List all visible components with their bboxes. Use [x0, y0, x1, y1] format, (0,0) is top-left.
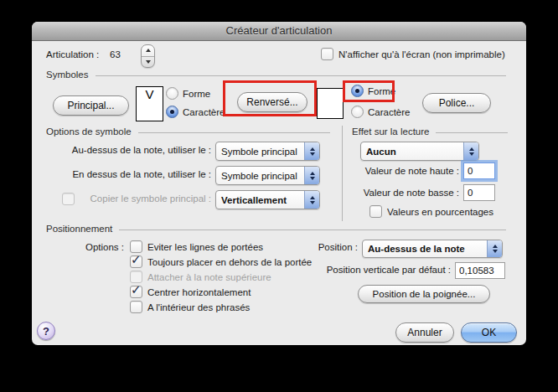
stepper-up-icon[interactable]: [142, 45, 154, 57]
popup-arrows-icon: [463, 142, 478, 160]
positioning-group-label: Positionnement: [46, 224, 112, 234]
screen-only-checkbox[interactable]: [321, 48, 333, 60]
screen-only-checkbox-row[interactable]: N'afficher qu'à l'écran (non imprimable): [321, 48, 505, 60]
percent-checkbox[interactable]: [369, 205, 382, 218]
position-label: Position :: [283, 242, 358, 252]
main-shape-label: Forme: [183, 89, 210, 99]
inside-slurs-checkbox-row[interactable]: A l'intérieur des phrasés: [130, 301, 250, 313]
main-character-radio[interactable]: [166, 106, 178, 118]
checkbox-label: Attacher à la note supérieure: [147, 272, 271, 282]
flipped-button[interactable]: Renversé...: [237, 92, 307, 112]
main-shape-radio[interactable]: [166, 87, 178, 100]
attach-top-note-checkbox[interactable]: [130, 271, 142, 283]
window-title: Créateur d'articulation: [32, 22, 526, 41]
above-note-label: Au-dessus de la note, utiliser le :: [46, 145, 211, 155]
below-note-dropdown[interactable]: Symbole principal: [215, 166, 320, 185]
main-character-label: Caractère: [183, 107, 225, 117]
percent-checkbox-row[interactable]: Valeurs en pourcentages: [369, 205, 493, 218]
outside-staff-checkbox[interactable]: [130, 255, 142, 268]
center-horizontally-checkbox-row[interactable]: Centrer horizontalement: [130, 286, 251, 298]
position-dropdown-value: Au-dessus de la note: [363, 240, 487, 257]
divider: [119, 230, 506, 230]
center-horizontally-checkbox[interactable]: [130, 286, 142, 298]
avoid-staff-lines-checkbox[interactable]: [130, 240, 142, 253]
avoid-staff-lines-checkbox-row[interactable]: Eviter les lignes de portées: [130, 240, 263, 253]
flipped-symbol-preview: [317, 88, 344, 119]
main-character-radio-row[interactable]: Caractère: [166, 106, 225, 118]
popup-arrows-icon: [304, 142, 319, 160]
articulation-label: Articulation :: [46, 49, 99, 59]
above-note-dropdown[interactable]: Symbole principal: [215, 142, 320, 161]
copy-symbol-checkbox[interactable]: [62, 193, 75, 205]
font-button[interactable]: Police...: [422, 93, 491, 113]
inside-slurs-checkbox[interactable]: [130, 301, 142, 313]
popup-arrows-icon: [304, 191, 319, 209]
flipped-shape-radio[interactable]: [351, 85, 364, 97]
symbols-group-label: Symboles: [46, 70, 89, 80]
ok-button[interactable]: OK: [461, 322, 517, 343]
checkbox-label: Centrer horizontalement: [147, 287, 251, 297]
bottom-note-input[interactable]: [463, 184, 495, 201]
main-symbol-preview: V: [136, 86, 163, 121]
divider: [436, 132, 508, 133]
symbols-group-header: Symboles: [46, 69, 506, 80]
options-label: Options :: [46, 242, 124, 252]
section-divider: [342, 126, 343, 221]
flipped-shape-radio-row[interactable]: Forme: [351, 85, 395, 97]
top-note-label: Valeur de note haute :: [352, 166, 459, 176]
flipped-character-radio[interactable]: [351, 106, 364, 118]
copy-symbol-dropdown-value: Verticallement: [216, 191, 304, 209]
stepper-down-icon[interactable]: [142, 57, 154, 68]
popup-arrows-icon: [304, 167, 319, 184]
top-note-input[interactable]: [463, 162, 495, 179]
cancel-button[interactable]: Annuler: [395, 322, 454, 343]
divider: [96, 75, 507, 76]
articulation-designer-dialog: Créateur d'articulation Articulation : 6…: [32, 22, 526, 345]
checkbox-label: Eviter les lignes de portées: [147, 242, 263, 252]
default-vertical-label: Position verticale par défaut :: [283, 265, 451, 275]
main-shape-radio-row[interactable]: Forme: [166, 87, 210, 100]
below-note-dropdown-value: Symbole principal: [216, 167, 304, 184]
flipped-character-label: Caractère: [368, 107, 411, 117]
percent-label: Valeurs en pourcentages: [387, 207, 493, 217]
flipped-shape-label: Forme: [368, 86, 395, 96]
handle-position-button[interactable]: Position de la poignée...: [358, 285, 490, 303]
copy-symbol-label: Copier le symbole principal :: [75, 193, 211, 204]
symbol-options-group-header: Options de symbole: [46, 126, 330, 137]
above-note-dropdown-value: Symbole principal: [216, 142, 304, 160]
playback-effect-dropdown[interactable]: Aucun: [360, 142, 479, 161]
playback-group-header: Effet sur la lecture: [352, 126, 508, 137]
bottom-note-label: Valeur de note basse :: [352, 188, 459, 198]
copy-symbol-dropdown[interactable]: Verticallement: [215, 190, 320, 209]
positioning-group-header: Positionnement: [46, 223, 506, 235]
below-note-label: En dessus de la note, utiliser le :: [46, 169, 211, 179]
attach-top-note-checkbox-row[interactable]: Attacher à la note supérieure: [130, 271, 271, 283]
screen-only-label: N'afficher qu'à l'écran (non imprimable): [338, 49, 505, 59]
articulation-value: 63: [110, 49, 121, 59]
principal-button[interactable]: Principal...: [53, 95, 129, 116]
divider: [138, 132, 330, 133]
help-button[interactable]: ?: [37, 322, 55, 340]
popup-arrows-icon: [487, 240, 502, 257]
flipped-character-radio-row[interactable]: Caractère: [351, 106, 411, 118]
playback-effect-value: Aucun: [361, 142, 463, 160]
articulation-stepper[interactable]: [141, 44, 155, 68]
checkbox-label: A l'intérieur des phrasés: [147, 302, 250, 312]
playback-group-label: Effet sur la lecture: [352, 126, 429, 137]
position-dropdown[interactable]: Au-dessus de la note: [362, 240, 503, 258]
symbol-options-group-label: Options de symbole: [46, 126, 132, 137]
default-vertical-input[interactable]: [455, 262, 505, 279]
